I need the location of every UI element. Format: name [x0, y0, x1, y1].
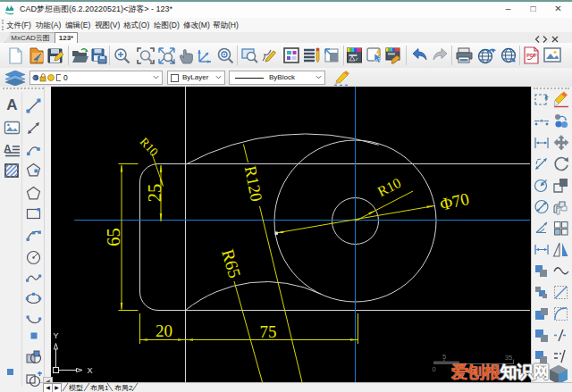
svg-text:X: X	[87, 366, 92, 375]
svg-text:0: 0	[432, 365, 435, 373]
svg-text:75: 75	[260, 322, 277, 341]
svg-text:布局1: 布局1	[90, 384, 109, 392]
svg-text:35: 35	[505, 354, 512, 362]
svg-text:5: 5	[442, 353, 446, 361]
svg-text:20: 20	[156, 321, 172, 340]
svg-text:A: A	[4, 143, 12, 155]
svg-text:布局2: 布局2	[114, 384, 133, 392]
svg-text:25: 25	[145, 184, 164, 203]
svg-text:65: 65	[104, 228, 123, 246]
svg-text:Y: Y	[53, 331, 58, 340]
svg-text:模型: 模型	[69, 384, 83, 392]
